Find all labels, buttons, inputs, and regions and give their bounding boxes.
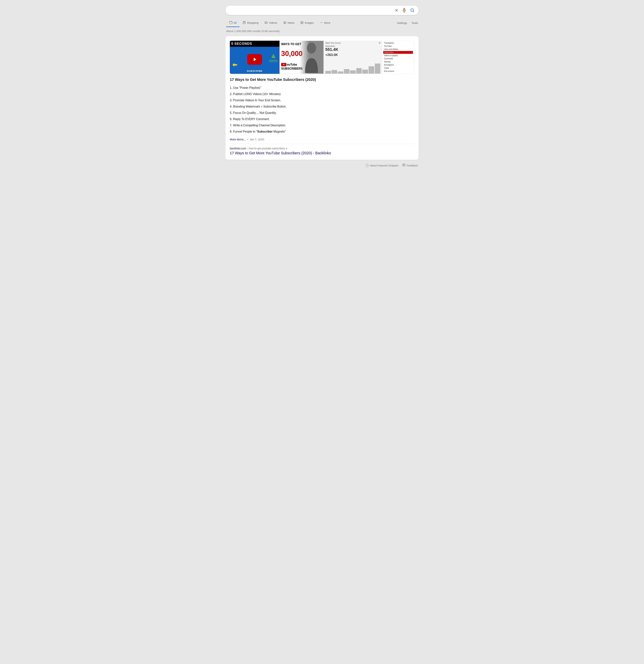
snippet-list: 1. Use “Power Playlists” 2. Publish LONG… <box>230 85 414 135</box>
menu-item-subscribers: Subscribers <box>383 51 413 54</box>
subs-val: 551.4K <box>325 47 380 52</box>
menu-item-end-screens: End screens <box>383 70 413 72</box>
snippet-meta: More items... • Jan 7, 2020 <box>230 138 414 141</box>
play-button-thumb <box>247 54 262 65</box>
person-silhouette <box>300 41 323 74</box>
more-items-link[interactable]: More items... <box>230 138 246 141</box>
tab-shopping[interactable]: Shopping <box>240 19 261 27</box>
menu-item-videos-playlist: Videos in playlist <box>383 54 413 57</box>
youtube-logo-icon <box>281 63 286 66</box>
tab-all[interactable]: All <box>226 19 240 27</box>
yellow-arrow-icon <box>232 62 238 68</box>
shopping-icon <box>242 21 246 24</box>
bar-1 <box>325 71 331 74</box>
bar-2 <box>331 70 337 74</box>
search-button[interactable] <box>410 8 415 13</box>
image-icon <box>300 21 304 24</box>
feedback-link[interactable]: Feedback <box>402 164 418 168</box>
bar-5 <box>350 70 356 74</box>
about-snippets-link[interactable]: ? About Featured Snippets <box>366 164 399 167</box>
dots-icon <box>320 21 323 24</box>
domain-name: backlinko.com <box>230 147 246 150</box>
svg-point-15 <box>322 22 323 23</box>
menu-item-youtuber: YouTuber <box>383 45 413 47</box>
settings-tools: Settings Tools <box>397 21 418 24</box>
ways-text: WAYS TO GET <box>281 42 301 46</box>
tab-more-label: More <box>324 21 330 24</box>
list-item: 4. Branding Watermark = Subscribe Button… <box>230 103 414 110</box>
menu-item-likes: Likes and dislikes <box>383 48 413 50</box>
dropdown-caret-icon[interactable]: ▾ <box>286 147 287 150</box>
source-domain: backlinko.com › how-to-get-youtube-subsc… <box>230 147 414 150</box>
results-count: About 1,050,000,000 results (0.68 second… <box>226 29 418 33</box>
chart-header: Watch time (hours) M <box>324 41 382 44</box>
play-icon <box>264 21 268 24</box>
x-icon <box>394 8 399 12</box>
search-icons <box>394 8 415 13</box>
bar-9 <box>375 64 381 74</box>
percent-text: 500% <box>269 59 278 63</box>
search-input[interactable]: how to get more youtube subscribers <box>229 8 394 13</box>
subs-label: Subscribers <box>325 45 380 47</box>
voice-search-button[interactable] <box>402 8 407 13</box>
bar-6 <box>356 68 362 74</box>
bottom-bar: ? About Featured Snippets Feedback <box>226 164 418 168</box>
nav-tabs: All Shopping Videos <box>226 19 418 27</box>
menu-item-annotations: Annotations <box>383 64 413 66</box>
thumbnail-strip: 0 SECONDS SUBSCRIBE ▲ 500% <box>230 41 414 74</box>
menu-item-sharing: Sharing <box>383 60 413 63</box>
svg-marker-16 <box>254 58 257 61</box>
svg-point-12 <box>301 22 302 22</box>
tab-videos[interactable]: Videos <box>261 19 280 27</box>
list-item: 7. Write a Compelling Channel Descriptio… <box>230 122 414 128</box>
list-item: 2. Publish LONG Videos (10+ Minutes) <box>230 91 414 97</box>
tools-link[interactable]: Tools <box>411 21 418 24</box>
menu-item-comments: Comments <box>383 57 413 60</box>
watch-time-val: M <box>379 42 380 44</box>
thumbnail-1: 0 SECONDS SUBSCRIBE ▲ 500% <box>230 41 279 74</box>
watch-time-label: Watch time (hours) <box>325 42 341 44</box>
thumbnail-4: Translations YouTuber Likes and dislikes… <box>382 41 414 74</box>
tab-images-label: Images <box>305 21 314 24</box>
tab-news-label: News <box>287 21 295 24</box>
snippet-title: 17 Ways to Get More YouTube Subscribers … <box>230 78 414 82</box>
featured-snippet-card: 0 SECONDS SUBSCRIBE ▲ 500% <box>226 36 418 160</box>
green-arrow-icon: ▲ <box>270 52 277 59</box>
question-mark-icon: ? <box>366 164 369 167</box>
youtube-row: ouTube <box>281 63 297 66</box>
bar-8 <box>368 66 374 74</box>
list-item: 5. Focus On Quality… Not Quantity. <box>230 110 414 116</box>
svg-marker-17 <box>233 63 237 67</box>
svg-point-13 <box>320 22 321 23</box>
thumbnail-3: Watch time (hours) M Subscribers 551.4K … <box>324 41 382 74</box>
settings-link[interactable]: Settings <box>397 21 407 24</box>
subscribers-block: Subscribers 551.4K <box>324 44 382 53</box>
tab-images[interactable]: Images <box>297 19 317 27</box>
youtube-text: ouTube <box>287 63 297 66</box>
feedback-icon <box>402 164 406 168</box>
result-link[interactable]: 17 Ways to Get More YouTube Subscribers … <box>230 151 331 155</box>
tab-news[interactable]: News <box>280 19 298 27</box>
svg-point-19 <box>307 43 316 54</box>
feedback-text: Feedback <box>407 164 418 167</box>
page-wrapper: how to get more youtube subscribers <box>222 0 422 179</box>
tab-shopping-label: Shopping <box>247 21 259 24</box>
bar-3 <box>338 71 343 74</box>
list-item: 1. Use “Power Playlists” <box>230 85 414 91</box>
snippet-date: Jan 7, 2020 <box>250 138 264 141</box>
subs-change: +263.0K <box>324 53 382 57</box>
source-path: › how-to-get-youtube-subscribers <box>247 147 285 150</box>
tab-all-label: All <box>234 21 237 24</box>
menu-rows: Translations YouTuber Likes and dislikes… <box>382 41 414 73</box>
svg-point-14 <box>321 22 322 23</box>
news-icon <box>283 21 286 24</box>
tab-videos-label: Videos <box>269 21 277 24</box>
svg-marker-6 <box>266 22 266 23</box>
menu-item-cards: Cards <box>383 67 413 69</box>
google-search-icon <box>229 21 232 24</box>
list-item: 3. Promote Videos In Your End Screen. <box>230 97 414 103</box>
clear-button[interactable] <box>394 8 399 12</box>
search-glass-icon <box>410 8 415 13</box>
tab-more[interactable]: More <box>317 19 333 27</box>
menu-item-translations: Translations <box>383 42 413 44</box>
